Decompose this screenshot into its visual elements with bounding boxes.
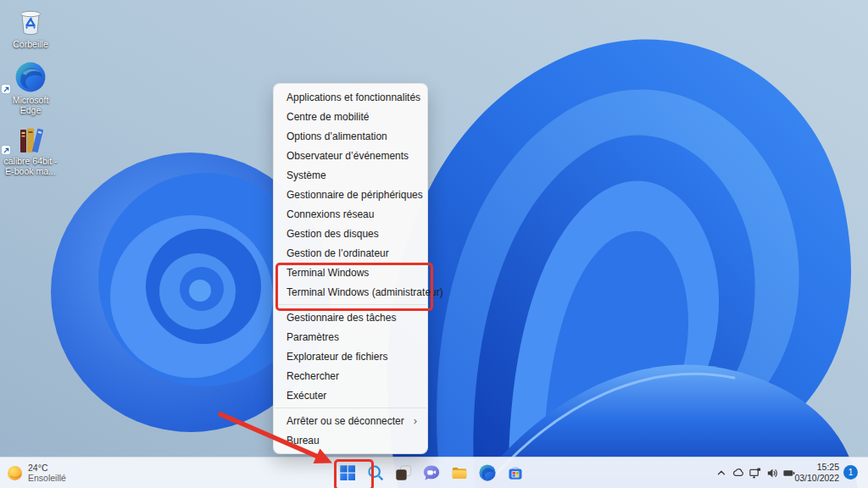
taskbar-center-buttons (337, 459, 526, 486)
microsoft-store-icon (506, 463, 525, 482)
edge-icon (478, 463, 497, 482)
microsoft-store-button[interactable] (505, 463, 526, 483)
menu-separator (275, 408, 426, 408)
folder-icon (450, 463, 469, 482)
notification-count: 1 (849, 468, 854, 477)
menu-item-desktop[interactable]: Bureau (274, 430, 427, 450)
menu-item-system[interactable]: Système (274, 165, 427, 185)
weather-condition: Ensoleillé (28, 473, 66, 483)
widgets-weather-button[interactable]: 24°C Ensoleillé (7, 459, 66, 486)
task-view-button[interactable] (393, 463, 414, 483)
volume-icon[interactable] (765, 466, 779, 480)
menu-item-computer-management[interactable]: Gestion de l’ordinateur (274, 243, 427, 263)
windows-logo-icon (338, 463, 357, 482)
menu-item-windows-terminal[interactable]: Terminal Windows (274, 263, 427, 282)
file-explorer-button[interactable] (449, 463, 470, 483)
menu-item-apps-features[interactable]: Applications et fonctionnalités (274, 87, 427, 107)
search-icon (366, 463, 385, 482)
edge-icon (2, 59, 59, 93)
start-button[interactable] (337, 463, 358, 483)
shortcut-arrow-icon (2, 85, 10, 93)
menu-item-shutdown-signout[interactable]: Arrêter ou se déconnecter › (274, 411, 427, 430)
onedrive-cloud-icon[interactable] (732, 466, 745, 480)
teams-chat-icon (422, 463, 441, 482)
menu-item-search[interactable]: Rechercher (274, 366, 427, 385)
desktop-icon-label: Microsoft Edge (2, 95, 59, 115)
clock-date: 03/10/2022 (793, 473, 839, 484)
desktop-icon-recycle-bin[interactable]: Corbeille (2, 5, 59, 49)
menu-item-disk-management[interactable]: Gestion des disques (274, 224, 427, 243)
menu-item-mobility-center[interactable]: Centre de mobilité (274, 107, 427, 126)
menu-item-windows-terminal-admin[interactable]: Terminal Windows (administrateur) (274, 282, 427, 302)
desktop-icon-label: Corbeille (2, 39, 59, 49)
menu-item-file-explorer[interactable]: Explorateur de fichiers (274, 347, 427, 366)
menu-item-task-manager[interactable]: Gestionnaire des tâches (274, 308, 427, 327)
clock-time: 15:25 (793, 462, 839, 473)
desktop-icon-label: calibre 64bit - (2, 156, 59, 166)
chat-button[interactable] (421, 463, 442, 483)
calibre-books-icon (2, 122, 59, 154)
menu-item-settings[interactable]: Paramètres (274, 327, 427, 347)
menu-separator (275, 304, 426, 305)
menu-item-run[interactable]: Exécuter (274, 385, 427, 405)
recycle-bin-icon (2, 5, 59, 37)
edge-button[interactable] (477, 463, 498, 483)
network-display-icon[interactable] (748, 466, 762, 480)
sun-icon (7, 465, 23, 481)
weather-temperature: 24°C (28, 463, 66, 473)
desktop: Corbeille Microsoft Edge (0, 0, 868, 488)
menu-item-device-manager[interactable]: Gestionnaire de périphériques (274, 185, 427, 204)
clock[interactable]: 15:25 03/10/2022 (793, 462, 839, 484)
desktop-icon-calibre[interactable]: calibre 64bit - E-book ma... (2, 122, 59, 176)
menu-item-network-connections[interactable]: Connexions réseau (274, 204, 427, 224)
search-button[interactable] (365, 463, 386, 483)
desktop-icon-microsoft-edge[interactable]: Microsoft Edge (2, 59, 59, 115)
shortcut-arrow-icon (2, 146, 10, 154)
menu-item-event-viewer[interactable]: Observateur d’événements (274, 146, 427, 165)
submenu-chevron-icon: › (414, 415, 417, 426)
taskbar: 24°C Ensoleillé (0, 457, 868, 488)
system-tray (715, 458, 796, 488)
desktop-icon-label-line2: E-book ma... (2, 166, 59, 176)
task-view-icon (394, 463, 413, 482)
notification-badge[interactable]: 1 (843, 465, 858, 480)
menu-item-power-options[interactable]: Options d’alimentation (274, 126, 427, 146)
winx-context-menu: Applications et fonctionnalités Centre d… (273, 83, 428, 454)
windows11-bloom-wallpaper (0, 0, 868, 488)
hidden-icons-chevron[interactable] (715, 466, 728, 480)
